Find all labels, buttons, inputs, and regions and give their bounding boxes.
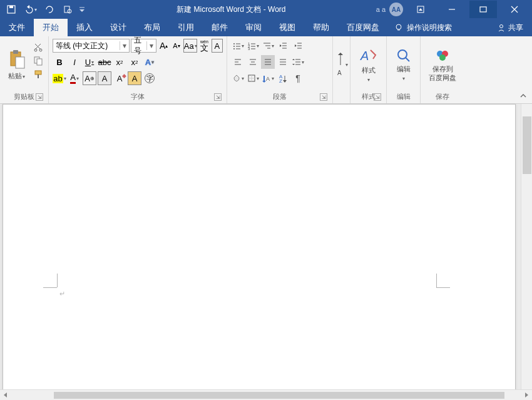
tab-layout[interactable]: 布局 (135, 19, 169, 36)
character-scaling-icon[interactable]: A (128, 71, 141, 85)
scroll-right-icon[interactable] (522, 391, 531, 399)
bullets-icon[interactable]: ▾ (231, 39, 245, 53)
highlight-color-icon[interactable]: ab▾ (53, 71, 66, 85)
svg-marker-2 (27, 5, 29, 9)
share-button[interactable]: 共享 (488, 19, 532, 36)
document-title: 新建 Microsoft Word 文档 (176, 5, 261, 14)
decrease-indent-icon[interactable] (276, 39, 290, 53)
tab-baidu[interactable]: 百度网盘 (338, 19, 388, 36)
increase-indent-icon[interactable] (291, 39, 305, 53)
tab-home[interactable]: 开始 (34, 19, 68, 36)
svg-text:3: 3 (248, 47, 250, 50)
clipboard-dialog-launcher[interactable]: ⇲ (36, 93, 43, 101)
tab-view[interactable]: 视图 (270, 19, 304, 36)
strikethrough-button[interactable]: abc (98, 55, 111, 69)
enclosed-char-icon[interactable]: 字 (143, 71, 156, 85)
font-size-combo[interactable]: 五号▾ (131, 39, 156, 53)
document-page[interactable]: ↵ (3, 104, 516, 389)
phonetic-guide-icon[interactable]: wén文 (198, 39, 210, 53)
undo-icon[interactable]: ▾ (21, 1, 39, 18)
close-button[interactable] (501, 1, 528, 18)
print-preview-icon[interactable] (59, 1, 76, 18)
paragraph-group-label: 段落 (273, 92, 287, 101)
find-icon (396, 48, 412, 64)
svg-rect-25 (35, 71, 41, 74)
tab-insert[interactable]: 插入 (68, 19, 101, 36)
sort-icon[interactable]: AZ (276, 71, 290, 85)
subscript-button[interactable]: x2 (113, 55, 126, 69)
svg-marker-6 (79, 9, 84, 12)
tab-design[interactable]: 设计 (101, 19, 135, 36)
borders-icon[interactable]: ▾ (246, 71, 260, 85)
vertical-scrollbar[interactable] (521, 104, 532, 389)
redo-icon[interactable] (40, 1, 58, 18)
svg-text:A: A (266, 76, 270, 82)
document-viewport[interactable]: ↵ (0, 104, 521, 389)
align-left-icon[interactable] (231, 55, 245, 69)
styles-dialog-launcher[interactable]: ⇲ (374, 93, 381, 101)
align-justify-icon[interactable] (261, 55, 275, 69)
scrollbar-thumb[interactable] (54, 392, 504, 399)
grow-font-icon[interactable]: A▴ (158, 39, 169, 53)
font-family-combo[interactable]: 等线 (中文正文)▾ (53, 39, 130, 53)
group-font: 等线 (中文正文)▾ 五号▾ A▴ A▾ Aa▾ wén文 A B I U▾ a… (49, 36, 227, 103)
bold-button[interactable]: B (53, 55, 66, 69)
numbering-icon[interactable]: 123▾ (246, 39, 260, 53)
qat-customize-icon[interactable] (78, 1, 86, 18)
format-painter-icon[interactable] (32, 69, 44, 80)
shrink-font-icon[interactable]: A▾ (171, 39, 182, 53)
shading-icon[interactable]: ▾ (231, 71, 245, 85)
tab-references[interactable]: 引用 (169, 19, 203, 36)
svg-rect-1 (9, 6, 13, 8)
cut-icon[interactable] (32, 41, 44, 53)
ribbon-display-options-icon[interactable] (407, 1, 434, 18)
align-center-icon[interactable] (246, 55, 260, 69)
tab-mailings[interactable]: 邮件 (203, 19, 237, 36)
distributed-icon[interactable] (276, 55, 290, 69)
styles-button[interactable]: A 样式▾ (354, 39, 382, 91)
svg-marker-77 (338, 53, 343, 55)
tab-help[interactable]: 帮助 (304, 19, 338, 36)
change-case-icon[interactable]: Aa▾ (183, 39, 197, 53)
clear-formatting-icon[interactable]: A◆ (113, 71, 126, 85)
font-color-icon[interactable]: A▾ (68, 71, 81, 85)
multilevel-list-icon[interactable]: ▾ (261, 39, 275, 53)
line-spacing-icon[interactable]: ▾ (291, 55, 305, 69)
text-direction-icon[interactable]: A▾ (335, 58, 349, 72)
italic-button[interactable]: I (68, 55, 81, 69)
editing-button[interactable]: 编辑▾ (391, 39, 416, 91)
text-effects-icon[interactable]: A▾ (143, 55, 156, 69)
scroll-left-icon[interactable] (1, 391, 10, 399)
paragraph-dialog-launcher[interactable]: ⇲ (320, 93, 327, 101)
character-border-icon[interactable]: A (212, 39, 223, 53)
scrollbar-thumb[interactable] (523, 116, 531, 174)
user-name-hint: a a (376, 6, 386, 13)
save-icon[interactable] (3, 1, 20, 18)
paste-icon (8, 49, 26, 71)
font-dialog-launcher[interactable]: ⇲ (214, 93, 222, 101)
underline-button[interactable]: U▾ (83, 55, 96, 69)
svg-marker-65 (292, 59, 295, 60)
tab-review[interactable]: 审阅 (237, 19, 270, 36)
share-label: 共享 (508, 23, 523, 33)
tab-file[interactable]: 文件 (0, 19, 34, 36)
copy-icon[interactable] (32, 55, 44, 66)
horizontal-scrollbar[interactable] (0, 389, 532, 400)
asian-layout-icon[interactable]: A▾ (261, 71, 275, 85)
svg-marker-8 (419, 8, 422, 11)
maximize-button[interactable] (469, 1, 497, 18)
minimize-button[interactable] (438, 1, 466, 18)
svg-point-13 (396, 24, 401, 29)
superscript-button[interactable]: x2 (128, 55, 141, 69)
show-marks-icon[interactable]: ¶ (291, 71, 305, 85)
editing-label: 编辑 (397, 65, 411, 73)
collapse-ribbon-icon[interactable] (518, 91, 528, 101)
save-to-baidu-button[interactable]: 保存到百度网盘 (424, 39, 461, 91)
svg-point-31 (233, 48, 235, 49)
paste-button[interactable]: 粘贴▾ (4, 39, 29, 91)
user-avatar[interactable]: AA (389, 3, 403, 16)
enclose-char-icon[interactable]: A (98, 71, 111, 85)
char-shading-icon[interactable]: A⊕ (83, 71, 96, 85)
group-paragraph: ▾ 123▾ ▾ ▾ ▾ ▾ A▾ AZ (227, 36, 333, 103)
tell-me-search[interactable]: 操作说明搜索 (388, 19, 458, 36)
